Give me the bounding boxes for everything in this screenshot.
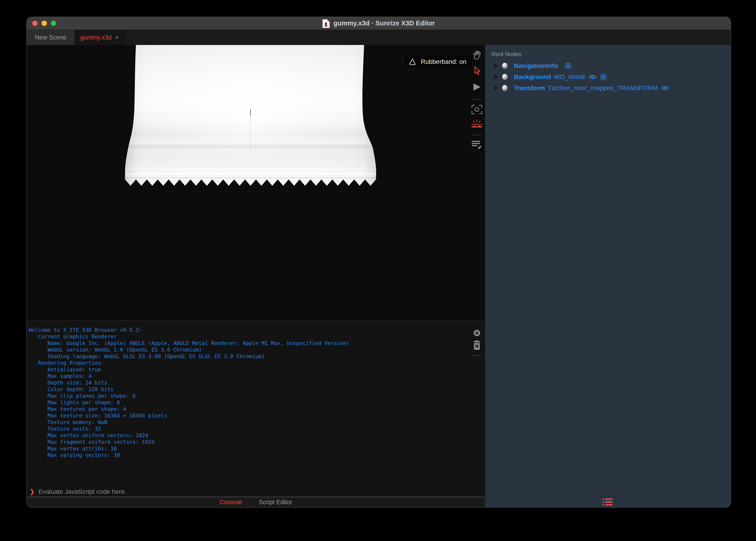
tab-close-icon[interactable]: ×	[115, 34, 119, 41]
bind-icon[interactable]	[600, 73, 607, 81]
play-icon[interactable]	[473, 83, 481, 91]
zoom-window-button[interactable]	[51, 21, 56, 26]
node-name[interactable]: Tütchen_rissc_mappes_TRANSFORM	[548, 85, 657, 92]
app-window: gummy.x3d · Sunrize X3D Editor New Scene…	[27, 17, 731, 507]
rubberband-toggle[interactable]: Rubberband: on	[404, 55, 473, 68]
sidebar-footer	[485, 497, 731, 507]
node-sphere-icon	[502, 85, 508, 91]
console-log: Welcome to X_ITE X3D Browser v9.5.2: Cur…	[29, 327, 485, 459]
window-title-wrap: gummy.x3d · Sunrize X3D Editor	[323, 19, 435, 28]
close-window-button[interactable]	[32, 21, 38, 26]
titlebar: gummy.x3d · Sunrize X3D Editor	[27, 17, 731, 30]
tree-row-navigationinfo[interactable]: NavigationInfo	[485, 60, 731, 71]
bind-icon[interactable]	[564, 62, 572, 70]
node-sphere-icon	[502, 63, 508, 69]
expand-arrow-icon[interactable]	[494, 86, 498, 91]
toolbar-divider	[472, 135, 481, 135]
expand-arrow-icon[interactable]	[494, 75, 498, 80]
console-panel: Welcome to X_ITE X3D Browser v9.5.2: Cur…	[27, 320, 485, 487]
left-pane: Rubberband: on Welcome to X_ITE X3D Brow…	[27, 45, 485, 507]
tree-row-transform[interactable]: Transform Tütchen_rissc_mappes_TRANSFORM	[485, 82, 731, 94]
node-type[interactable]: Transform	[514, 85, 545, 92]
outline-sidebar: Root Nodes NavigationInfo	[485, 45, 731, 507]
node-type[interactable]: Background	[514, 73, 551, 81]
viewport-toolbar	[469, 45, 485, 487]
tab-console[interactable]: Console	[220, 499, 242, 506]
rubberband-triangle-icon	[408, 58, 417, 66]
document-icon	[323, 19, 330, 28]
tree-row-background[interactable]: Background WO_World	[485, 71, 731, 82]
tab-label: New Scene	[35, 34, 66, 41]
tab-new-scene[interactable]: New Scene	[27, 30, 75, 45]
outline-list-icon[interactable]	[602, 498, 613, 506]
console-close-icon[interactable]	[472, 328, 482, 338]
toolbar-divider	[472, 355, 481, 356]
tab-gummy-x3d[interactable]: gummy.x3d ×	[75, 30, 125, 45]
scene-tree: NavigationInfo Background WO_World	[485, 60, 731, 497]
center-view-icon[interactable]	[471, 105, 482, 114]
sunrise-light-icon[interactable]	[471, 119, 483, 128]
select-arrow-icon[interactable]	[472, 66, 482, 76]
root-nodes-header: Root Nodes	[485, 45, 731, 60]
tab-label: gummy.x3d	[80, 34, 112, 41]
node-type[interactable]: NavigationInfo	[514, 62, 558, 70]
node-name[interactable]: WO_World	[554, 73, 585, 81]
eye-icon[interactable]	[661, 85, 669, 91]
node-sphere-icon	[502, 74, 508, 80]
tab-bar: New Scene gummy.x3d ×	[27, 30, 731, 45]
prompt-placeholder: Evaluate JavaScript code here.	[38, 488, 127, 495]
console-trash-icon[interactable]	[473, 340, 481, 350]
bottom-tab-bar: Console Script Editor	[27, 497, 485, 507]
tab-script-editor[interactable]: Script Editor	[259, 499, 292, 506]
minimize-window-button[interactable]	[42, 21, 47, 26]
window-title: gummy.x3d · Sunrize X3D Editor	[333, 20, 435, 27]
script-edit-icon[interactable]	[472, 140, 482, 150]
pan-hand-icon[interactable]	[472, 50, 482, 61]
3d-viewport[interactable]: Rubberband: on	[27, 45, 485, 320]
console-prompt-input[interactable]: ❯ Evaluate JavaScript code here.	[27, 487, 485, 497]
eye-icon[interactable]	[588, 74, 597, 80]
toolbar-divider	[472, 99, 481, 100]
rubberband-label: Rubberband: on	[421, 58, 466, 65]
expand-arrow-icon[interactable]	[494, 63, 498, 68]
traffic-lights	[32, 17, 56, 30]
prompt-chevron-icon: ❯	[30, 488, 35, 495]
content-area: Rubberband: on Welcome to X_ITE X3D Brow…	[27, 45, 731, 507]
